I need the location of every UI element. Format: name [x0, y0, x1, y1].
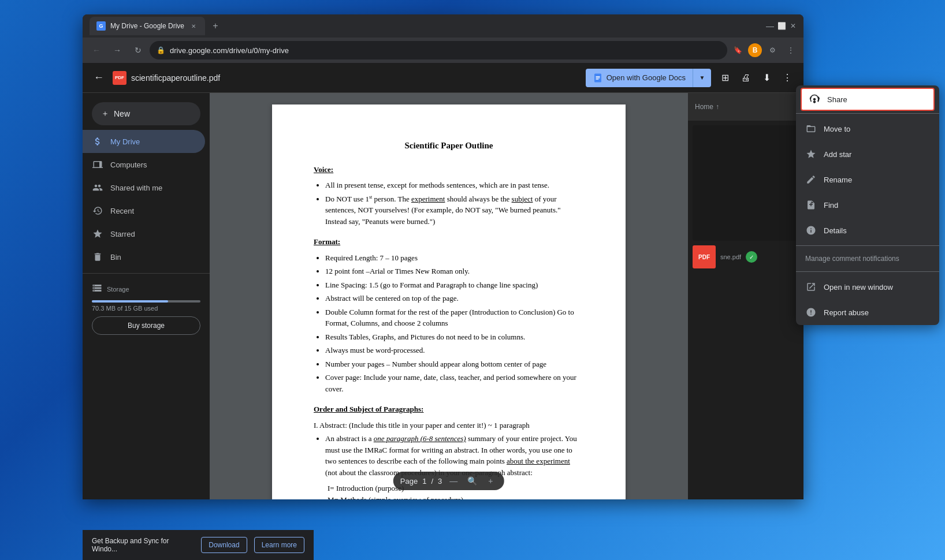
reload-button[interactable]: ↻	[129, 41, 147, 59]
grid-view-button[interactable]: ⊞	[716, 69, 734, 87]
zoom-icon: 🔍	[465, 474, 479, 488]
shared-icon	[92, 182, 103, 193]
context-menu-move-to[interactable]: Move to	[796, 116, 939, 141]
browser-window: G My Drive - Google Drive ✕ + — ⬜ ✕ ← → …	[83, 14, 803, 499]
minimize-button[interactable]: —	[767, 23, 773, 29]
back-button[interactable]: ←	[87, 41, 106, 59]
list-item: Always must be word-processed.	[325, 345, 584, 356]
context-menu-add-star-label: Add star	[824, 150, 851, 159]
new-tab-button[interactable]: +	[207, 18, 224, 34]
list-item: M= Methods (simple overview of procedure…	[328, 494, 584, 500]
rename-icon	[805, 174, 817, 185]
file-check-icon: ✓	[746, 251, 757, 263]
find-icon	[805, 199, 817, 211]
svg-rect-2	[596, 77, 600, 78]
storage-used-text: 70.3 MB of 15 GB used	[92, 305, 200, 312]
context-menu-rename-label: Rename	[824, 176, 852, 184]
pdf-page: Scientific Paper Outline Voice: All in p…	[272, 104, 626, 499]
bottom-notification-bar: Get Backup and Sync for Windo... Downloa…	[83, 530, 314, 560]
home-label: Home	[695, 103, 713, 111]
context-menu-find[interactable]: Find	[796, 192, 939, 218]
forward-button[interactable]: →	[108, 41, 127, 59]
new-plus-icon: ＋	[101, 109, 109, 119]
menu-icon[interactable]: ⋮	[783, 42, 799, 58]
tab-area: G My Drive - Google Drive ✕ +	[90, 17, 762, 35]
sidebar-item-bin[interactable]: Bin	[83, 245, 205, 268]
nav-bar: ← → ↻ 🔒 drive.google.com/drive/u/0/my-dr…	[83, 38, 803, 63]
sidebar-item-recent[interactable]: Recent	[83, 199, 205, 222]
context-menu-rename[interactable]: Rename	[796, 167, 939, 192]
sidebar-item-starred[interactable]: Starred	[83, 222, 205, 245]
app-toolbar: ← PDF scientificpaperoutline.pdf Open wi…	[83, 63, 803, 93]
context-menu-manage-notifications[interactable]: Manage comment notifications	[796, 248, 939, 269]
print-button[interactable]: 🖨	[736, 69, 755, 87]
bookmark-icon[interactable]: 🔖	[730, 42, 746, 58]
pdf-format-bullets: Required Length: 7 – 10 pages 12 point f…	[314, 252, 584, 395]
maximize-button[interactable]: ⬜	[778, 23, 785, 29]
sidebar-item-my-drive[interactable]: My Drive	[83, 130, 205, 153]
pdf-voice-heading: Voice:	[314, 164, 584, 176]
buy-storage-button[interactable]: Buy storage	[92, 316, 200, 335]
close-button[interactable]: ✕	[790, 23, 797, 29]
extensions-icon[interactable]: ⚙	[764, 42, 780, 58]
svg-rect-1	[596, 76, 600, 77]
context-menu-details[interactable]: Details	[796, 218, 939, 243]
buy-storage-label: Buy storage	[128, 322, 165, 330]
right-panel-file: PDF sne.pdf ✓	[693, 245, 799, 268]
context-menu-share[interactable]: Share	[801, 88, 935, 111]
list-item: All in present tense, except for methods…	[325, 180, 584, 191]
list-item: Line Spacing: 1.5 (go to Format and Para…	[325, 279, 584, 291]
open-with-button[interactable]: Open with Google Docs	[586, 69, 693, 87]
pdf-title: Scientific Paper Outline	[314, 139, 584, 152]
bin-icon	[92, 251, 103, 263]
right-panel: Home ↑ PDF sne.pdf ✓	[688, 93, 803, 499]
tab-close-button[interactable]: ✕	[189, 21, 198, 31]
app-back-button[interactable]: ←	[90, 69, 108, 87]
context-menu-open-new-window[interactable]: Open in new window	[796, 274, 939, 300]
toolbar-actions: ⊞ 🖨 ⬇ ⋮	[716, 69, 797, 87]
main-area: ＋ New My Drive Computers Shared with	[83, 93, 803, 499]
details-icon	[805, 225, 817, 236]
pdf-viewer[interactable]: Scientific Paper Outline Voice: All in p…	[210, 93, 688, 499]
list-item: Required Length: 7 – 10 pages	[325, 252, 584, 264]
sidebar-separator	[83, 273, 210, 274]
my-drive-icon	[92, 136, 103, 147]
download-button[interactable]: ⬇	[757, 69, 776, 87]
sidebar-item-label-bin: Bin	[110, 253, 121, 262]
tab-title: My Drive - Google Drive	[110, 22, 184, 30]
address-bar[interactable]: 🔒 drive.google.com/drive/u/0/my-drive	[150, 41, 727, 59]
open-with-label: Open with Google Docs	[607, 73, 686, 82]
sidebar-item-computers[interactable]: Computers	[83, 153, 205, 176]
active-tab[interactable]: G My Drive - Google Drive ✕	[90, 17, 205, 35]
list-item: 12 point font –Arial or Times New Roman …	[325, 266, 584, 277]
new-button[interactable]: ＋ New	[92, 102, 200, 125]
open-with-dropdown-button[interactable]: ▼	[693, 69, 711, 87]
context-menu-add-star[interactable]: Add star	[796, 141, 939, 167]
move-to-icon	[805, 123, 817, 135]
list-item: Abstract will be centered on top of the …	[325, 293, 584, 304]
download-button[interactable]: Download	[201, 537, 247, 553]
add-star-icon	[805, 148, 817, 160]
zoom-in-button[interactable]: +	[483, 474, 497, 488]
zoom-out-button[interactable]: —	[447, 474, 460, 488]
sidebar-item-label-computers: Computers	[110, 160, 147, 169]
more-options-button[interactable]: ⋮	[778, 69, 797, 87]
context-menu-share-label: Share	[827, 95, 847, 104]
tab-favicon: G	[96, 21, 106, 31]
computers-icon	[92, 159, 103, 170]
pdf-format-heading: Format:	[314, 236, 584, 248]
file-thumbnail-icon: PDF	[693, 245, 716, 268]
list-item: Number your pages – Number should appear…	[325, 359, 584, 370]
page-counter: Page 1 / 3 — 🔍 +	[393, 472, 504, 490]
learn-more-button[interactable]: Learn more	[254, 537, 304, 553]
open-window-icon	[805, 281, 817, 293]
context-menu-report-abuse-label: Report abuse	[824, 308, 869, 317]
menu-separator-1	[796, 113, 939, 114]
pdf-order-intro: I. Abstract: (Include this title in your…	[314, 420, 584, 431]
brave-shield-icon[interactable]: B	[748, 43, 762, 57]
pdf-order-heading: Order and Subject of Paragraphs:	[314, 404, 584, 415]
storage-bar-fill	[92, 300, 168, 303]
context-menu-report-abuse[interactable]: Report abuse	[796, 300, 939, 325]
sidebar-item-shared[interactable]: Shared with me	[83, 176, 205, 199]
list-item: Double Column format for the rest of the…	[325, 307, 584, 329]
